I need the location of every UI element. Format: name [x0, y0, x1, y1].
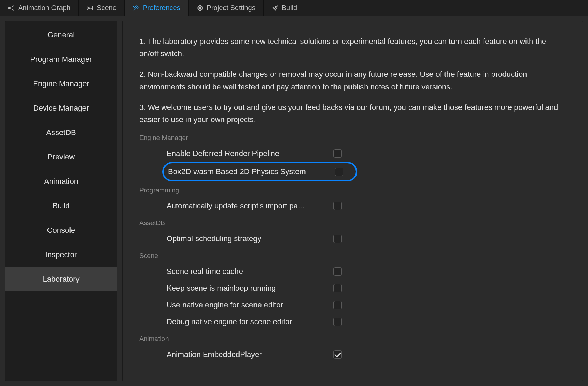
- intro-paragraph-3: 3. We welcome users to try out and give …: [139, 101, 566, 126]
- svg-point-0: [8, 7, 10, 9]
- sidebar-item-animation[interactable]: Animation: [5, 169, 117, 194]
- paperplane-icon: [271, 5, 278, 12]
- option-box2d-wasm-highlight: Box2D-wasm Based 2D Physics System: [162, 162, 357, 181]
- laboratory-panel: 1. The laboratory provides some new tech…: [122, 21, 583, 381]
- checkbox-scene-rt-cache[interactable]: [333, 267, 342, 276]
- option-keep-mainloop: Keep scene is mainloop running: [167, 280, 566, 297]
- gear-icon: [196, 5, 203, 12]
- option-native-engine-editor: Use native engine for scene editor: [167, 297, 566, 313]
- option-label: Keep scene is mainloop running: [167, 284, 327, 293]
- svg-point-1: [13, 6, 14, 7]
- sidebar-item-device-manager[interactable]: Device Manager: [5, 96, 117, 120]
- section-header-assetdb: AssetDB: [139, 219, 566, 227]
- option-label: Enable Deferred Render Pipeline: [167, 149, 327, 158]
- option-label: Optimal scheduling strategy: [167, 234, 327, 243]
- tools-icon: [132, 5, 139, 12]
- option-label: Box2D-wasm Based 2D Physics System: [168, 167, 329, 176]
- checkbox-deferred-render[interactable]: [333, 149, 342, 158]
- svg-point-2: [13, 9, 14, 10]
- sidebar-item-program-manager[interactable]: Program Manager: [5, 47, 117, 72]
- sidebar-item-assetdb[interactable]: AssetDB: [5, 120, 117, 145]
- tab-label: Preferences: [143, 4, 181, 12]
- tab-animation-graph[interactable]: Animation Graph: [0, 0, 79, 16]
- tab-project-settings[interactable]: Project Settings: [189, 0, 264, 16]
- option-label: Debug native engine for scene editor: [167, 317, 327, 326]
- tab-label: Build: [282, 4, 297, 12]
- option-auto-update-imports: Automatically update script's import pa.…: [167, 198, 566, 214]
- option-deferred-render: Enable Deferred Render Pipeline: [167, 145, 566, 162]
- section-header-programming: Programming: [139, 186, 566, 194]
- checkbox-box2d-wasm[interactable]: [335, 168, 343, 176]
- tab-build[interactable]: Build: [264, 0, 305, 16]
- sidebar-item-engine-manager[interactable]: Engine Manager: [5, 72, 117, 96]
- image-icon: [86, 5, 93, 12]
- checkbox-animation-embeddedplayer[interactable]: [333, 350, 342, 359]
- sidebar-item-preview[interactable]: Preview: [5, 145, 117, 169]
- section-header-animation: Animation: [139, 335, 566, 343]
- top-tabs: Animation Graph Scene Preferences Projec…: [0, 0, 588, 16]
- graph-icon: [8, 5, 15, 12]
- sidebar-item-inspector[interactable]: Inspector: [5, 243, 117, 267]
- preferences-sidebar: General Program Manager Engine Manager D…: [5, 21, 117, 381]
- option-animation-embeddedplayer: Animation EmbeddedPlayer: [167, 346, 566, 363]
- option-label: Use native engine for scene editor: [167, 300, 327, 310]
- sidebar-item-general[interactable]: General: [5, 23, 117, 47]
- tab-preferences[interactable]: Preferences: [125, 0, 189, 16]
- option-label: Animation EmbeddedPlayer: [167, 350, 327, 359]
- section-header-scene: Scene: [139, 252, 566, 260]
- tab-scene[interactable]: Scene: [79, 0, 125, 16]
- sidebar-item-build[interactable]: Build: [5, 194, 117, 218]
- sidebar-item-laboratory[interactable]: Laboratory: [5, 267, 117, 291]
- intro-paragraph-1: 1. The laboratory provides some new tech…: [139, 35, 566, 60]
- option-scene-rt-cache: Scene real-time cache: [167, 263, 566, 280]
- laboratory-intro: 1. The laboratory provides some new tech…: [139, 35, 566, 126]
- section-header-engine-manager: Engine Manager: [139, 134, 566, 142]
- checkbox-keep-mainloop[interactable]: [333, 284, 342, 292]
- tab-label: Animation Graph: [18, 4, 71, 12]
- option-label: Automatically update script's import pa.…: [167, 201, 327, 210]
- sidebar-item-console[interactable]: Console: [5, 218, 117, 243]
- checkbox-auto-update-imports[interactable]: [333, 202, 342, 210]
- checkbox-native-engine-editor[interactable]: [333, 301, 342, 309]
- checkbox-optimal-scheduling[interactable]: [333, 235, 342, 243]
- option-optimal-scheduling: Optimal scheduling strategy: [167, 230, 566, 247]
- tab-label: Scene: [97, 4, 117, 12]
- option-debug-native-engine: Debug native engine for scene editor: [167, 313, 566, 330]
- preferences-body: General Program Manager Engine Manager D…: [0, 16, 588, 386]
- option-label: Scene real-time cache: [167, 267, 327, 276]
- intro-paragraph-2: 2. Non-backward compatible changes or re…: [139, 68, 566, 92]
- tab-label: Project Settings: [207, 4, 256, 12]
- checkbox-debug-native-engine[interactable]: [333, 318, 342, 326]
